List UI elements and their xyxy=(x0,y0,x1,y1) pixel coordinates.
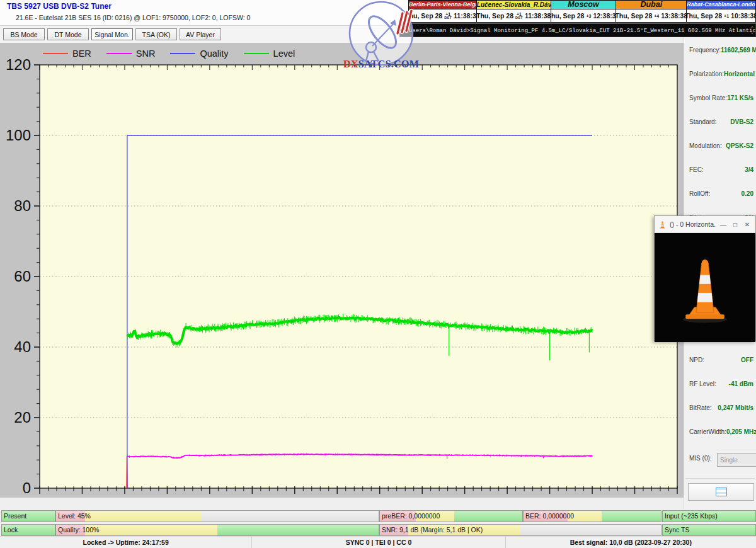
param-rolloff: RollOff:0.20 xyxy=(689,188,753,198)
clock-dubai: Dubai Thu, Sep 28 +4 13:38:38 xyxy=(616,1,687,22)
svg-text:120: 120 xyxy=(6,56,31,73)
svg-text:0: 0 xyxy=(23,479,31,496)
param-symbol-rate: Symbol Rate:171 KS/s xyxy=(689,93,753,103)
progress-snr: SNR: 9,1 dB (Margin: 5,1 dB | OK) xyxy=(379,524,662,536)
legend-level: Level xyxy=(244,49,295,59)
param-bitrate: BitRate:0,247 Mbit/s xyxy=(689,402,753,413)
legend-ber: BER xyxy=(43,49,91,59)
tab-signal-mon[interactable]: Signal Mon. xyxy=(91,28,133,40)
clock-rabat: Rabat-Casablanca-London Thu, Sep 28 +1 1… xyxy=(687,1,755,22)
bar-zone xyxy=(217,525,379,535)
svg-text:40: 40 xyxy=(14,338,31,355)
svg-text:DXSATCS.COM: DXSATCS.COM xyxy=(343,58,420,70)
vlc-maximize-button[interactable]: □ xyxy=(731,221,740,228)
console-scrollbar[interactable]: ˄ ˅ xyxy=(749,24,755,37)
vlc-close-button[interactable]: ✕ xyxy=(743,221,752,228)
bar-label: BER: 0,0000000 xyxy=(525,512,574,520)
vlc-video-area xyxy=(655,233,755,342)
tuner-subtitle: 21.6E - Eutelsat 21B SES 16 (ID: 0216) @… xyxy=(16,14,250,21)
param-fec: FEC:3/4 xyxy=(689,164,753,174)
progress-present: Present xyxy=(1,510,55,522)
param-npd: NPD:OFF xyxy=(689,355,753,365)
vlc-cone-logo xyxy=(677,251,733,325)
tab-dt-mode[interactable]: DT Mode xyxy=(47,28,89,40)
world-clocks: Berlin-Paris-Vienna-Belgrade Thu, Sep 28… xyxy=(408,0,756,23)
progress-level: Level: 45% xyxy=(55,510,379,522)
signal-chart-region: BER SNR Quality Level 020406080100120 xyxy=(0,43,684,498)
statusbar: Locked -> Uptime: 24:17:59 SYNC 0 | TEI … xyxy=(0,536,756,548)
bar-zone xyxy=(454,511,522,522)
signal-chart: 020406080100120 xyxy=(0,43,684,498)
clock-moscow: Moscow Thu, Sep 28 +3 12:38:38 xyxy=(551,1,617,22)
progress-input: Input (~235 Kbps) xyxy=(662,510,756,522)
param-frequency: Frequency:11602,569 MHz xyxy=(689,45,753,55)
legend-snr: SNR xyxy=(106,49,156,59)
param-carrierwidth: CarrierWidth:0,205 MHz xyxy=(689,426,753,437)
panel-separator xyxy=(685,478,755,479)
param-rf-level: RF Level:-41 dBm xyxy=(689,379,753,389)
legend-quality: Quality xyxy=(170,49,228,59)
console-titlebar: Users\Roman Dávid>Signal Monitoring_PF 4… xyxy=(399,23,756,37)
tab-bs-mode[interactable]: BS Mode xyxy=(3,28,45,40)
bar-label: Quality: 100% xyxy=(58,526,99,534)
svg-text:20: 20 xyxy=(14,409,31,426)
progress-lock: Lock xyxy=(1,524,55,536)
dxsatcs-logo: DXSATCS.COM xyxy=(342,1,420,71)
bar-zone xyxy=(520,525,661,535)
bar-zone xyxy=(201,511,379,522)
vlc-cone-icon xyxy=(658,220,667,229)
layers-icon xyxy=(716,488,727,496)
status-uptime: Locked -> Uptime: 24:17:59 xyxy=(0,537,251,548)
bar-label: Lock xyxy=(4,526,18,534)
bar-label: Level: 45% xyxy=(58,512,91,520)
progress-preber: preBER: 0,0000000 xyxy=(379,510,523,522)
progress-ber: BER: 0,0000000 xyxy=(523,510,662,522)
vlc-minimize-button[interactable]: — xyxy=(719,221,728,228)
svg-text:80: 80 xyxy=(14,197,31,214)
quality-line-swatch xyxy=(170,53,195,54)
status-best-signal: Best signal: 10,0 dB (2023-09-27 20:30) xyxy=(505,537,756,548)
bar-label: Input (~235 Kbps) xyxy=(665,512,718,520)
bar-label: SNR: 9,1 dB (Margin: 5,1 dB | OK) xyxy=(382,526,483,534)
bar-zone xyxy=(85,525,217,535)
app-title: TBS 5927 USB DVB-S2 Tuner xyxy=(7,2,112,11)
ber-line-swatch xyxy=(43,53,68,54)
param-standard: Standard:DVB-S2 xyxy=(689,117,753,127)
tab-av-player[interactable]: AV Player xyxy=(180,28,221,40)
snr-line-swatch xyxy=(106,53,132,54)
scroll-up-icon[interactable]: ˄ xyxy=(751,25,753,29)
progress-quality: Quality: 100% xyxy=(55,524,379,536)
bar-label: Sync TS xyxy=(665,526,690,534)
param-polarization: Polarization:Horizontal xyxy=(689,69,753,79)
scroll-down-icon[interactable]: ˅ xyxy=(751,31,753,35)
bar-label: preBER: 0,0000000 xyxy=(382,512,440,520)
vlc-window-title: () - 0 Horizonta... xyxy=(670,220,716,228)
param-mis: MIS (0): Single ⌄ xyxy=(689,453,753,463)
svg-text:60: 60 xyxy=(14,268,31,285)
clock-lucenec: Lučenec-Slovakia_R.Dávid Thu, Sep 28 +1D… xyxy=(477,1,551,22)
progress-syncts: Sync TS xyxy=(662,524,756,536)
vlc-titlebar[interactable]: () - 0 Horizonta... — □ ✕ xyxy=(655,216,755,233)
bar-label: Present xyxy=(4,512,26,520)
panel-extra-button[interactable] xyxy=(688,483,754,501)
progress-row-2: LockQuality: 100%SNR: 9,1 dB (Margin: 5,… xyxy=(0,524,756,535)
progress-row-1: PresentLevel: 45%preBER: 0,0000000BER: 0… xyxy=(0,510,756,521)
tab-tsa[interactable]: TSA (OK) xyxy=(135,28,177,40)
svg-text:100: 100 xyxy=(6,127,31,144)
status-sync-counters: SYNC 0 | TEI 0 | CC 0 xyxy=(251,537,505,548)
vlc-window: () - 0 Horizonta... — □ ✕ xyxy=(654,215,756,341)
bar-zone xyxy=(602,511,661,522)
param-modulation: Modulation:QPSK-S2 xyxy=(689,140,753,151)
chart-legend: BER SNR Quality Level xyxy=(43,48,295,59)
mis-dropdown[interactable]: Single ⌄ xyxy=(717,453,756,467)
bar-zone xyxy=(85,511,201,522)
level-line-swatch xyxy=(244,53,269,54)
